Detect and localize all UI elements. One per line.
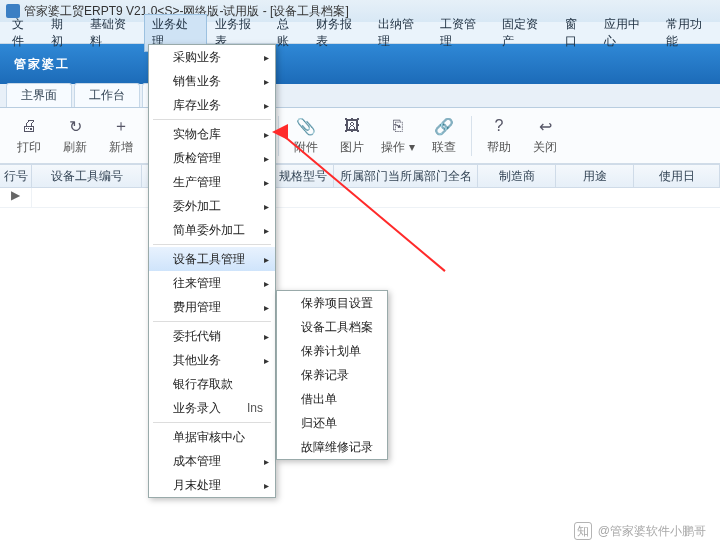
toolbar-操作[interactable]: ⎘操作 ▾ [375,115,421,156]
menuitem-库存业务[interactable]: 库存业务▸ [149,93,275,117]
menu-6[interactable]: 财务报表 [308,14,370,52]
menuitem-设备工具管理[interactable]: 设备工具管理▸ [149,247,275,271]
tab-0[interactable]: 主界面 [6,83,72,107]
grid-header: 行号设备工具编号规格型号所属部门当所属部门全名制造商用途使用日 [0,164,720,188]
menuitem-采购业务[interactable]: 采购业务▸ [149,45,275,69]
submenuitem-保养项目设置[interactable]: 保养项目设置 [277,291,387,315]
col-6[interactable]: 所属部门当所属部门全名 [334,165,478,187]
tab-strip: 主界面工作台设 [0,84,720,108]
menuitem-委托代销[interactable]: 委托代销▸ [149,324,275,348]
submenuitem-设备工具档案[interactable]: 设备工具档案 [277,315,387,339]
submenuitem-故障维修记录[interactable]: 故障维修记录 [277,435,387,459]
menu-7[interactable]: 出纳管理 [370,14,432,52]
submenuitem-归还单[interactable]: 归还单 [277,411,387,435]
toolbar-帮助[interactable]: ?帮助 [476,115,522,156]
tab-1[interactable]: 工作台 [74,83,140,107]
menuitem-销售业务[interactable]: 销售业务▸ [149,69,275,93]
col-0[interactable]: 行号 [0,165,32,187]
grid-row: ▶ [0,188,720,208]
menuitem-成本管理[interactable]: 成本管理▸ [149,449,275,473]
watermark: 知 @管家婆软件小鹏哥 [574,522,706,540]
dropdown-menu-business: 采购业务▸销售业务▸库存业务▸实物仓库▸质检管理▸生产管理▸委外加工▸简单委外加… [148,44,276,498]
打印-icon: 🖨 [18,115,40,137]
toolbar-刷新[interactable]: ↻刷新 [52,115,98,156]
附件-icon: 📎 [295,115,317,137]
menuitem-质检管理[interactable]: 质检管理▸ [149,146,275,170]
menuitem-实物仓库[interactable]: 实物仓库▸ [149,122,275,146]
submenuitem-保养记录[interactable]: 保养记录 [277,363,387,387]
menu-0[interactable]: 文件 [4,14,43,52]
menuitem-单据审核中心[interactable]: 单据审核中心 [149,425,275,449]
menuitem-生产管理[interactable]: 生产管理▸ [149,170,275,194]
menuitem-月末处理[interactable]: 月末处理▸ [149,473,275,497]
联查-icon: 🔗 [433,115,455,137]
submenuitem-保养计划单[interactable]: 保养计划单 [277,339,387,363]
新增-icon: ＋ [110,115,132,137]
zhihu-icon: 知 [574,522,592,540]
submenuitem-借出单[interactable]: 借出单 [277,387,387,411]
menuitem-银行存取款[interactable]: 银行存取款 [149,372,275,396]
menuitem-简单委外加工[interactable]: 简单委外加工▸ [149,218,275,242]
col-1[interactable]: 设备工具编号 [32,165,142,187]
col-7[interactable]: 制造商 [478,165,556,187]
刷新-icon: ↻ [64,115,86,137]
submenu-equipment: 保养项目设置设备工具档案保养计划单保养记录借出单归还单故障维修记录 [276,290,388,460]
帮助-icon: ? [488,115,510,137]
操作-icon: ⎘ [387,115,409,137]
menuitem-业务录入[interactable]: 业务录入Ins [149,396,275,420]
图片-icon: 🖼 [341,115,363,137]
menuitem-往来管理[interactable]: 往来管理▸ [149,271,275,295]
menu-9[interactable]: 固定资产 [494,14,556,52]
menu-10[interactable]: 窗口 [557,14,596,52]
col-9[interactable]: 使用日 [634,165,720,187]
menu-2[interactable]: 基础资料 [82,14,144,52]
关闭-icon: ↩ [534,115,556,137]
toolbar-新增[interactable]: ＋新增 [98,115,144,156]
menu-1[interactable]: 期初 [43,14,82,52]
menu-11[interactable]: 应用中心 [596,14,658,52]
menuitem-费用管理[interactable]: 费用管理▸ [149,295,275,319]
menuitem-委外加工[interactable]: 委外加工▸ [149,194,275,218]
col-8[interactable]: 用途 [556,165,634,187]
menu-8[interactable]: 工资管理 [432,14,494,52]
toolbar-联查[interactable]: 🔗联查 [421,115,467,156]
menu-bar: 文件期初基础资料业务处理业务报表总账财务报表出纳管理工资管理固定资产窗口应用中心… [0,22,720,44]
toolbar-图片[interactable]: 🖼图片 [329,115,375,156]
toolbar-打印[interactable]: 🖨打印 [6,115,52,156]
toolbar-关闭[interactable]: ↩关闭 [522,115,568,156]
menu-12[interactable]: 常用功能 [658,14,720,52]
menuitem-其他业务[interactable]: 其他业务▸ [149,348,275,372]
toolbar: 🖨打印↻刷新＋新增📎附件🖼图片⎘操作 ▾🔗联查?帮助↩关闭 [0,108,720,164]
col-5[interactable]: 规格型号 [272,165,334,187]
toolbar-附件[interactable]: 📎附件 [283,115,329,156]
